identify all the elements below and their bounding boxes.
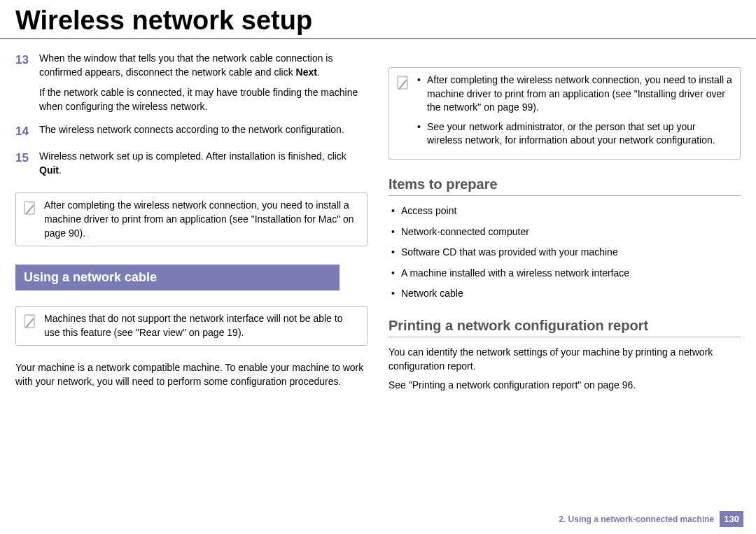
list-item: Network-connected computer bbox=[388, 225, 741, 239]
footer-chapter: 2. Using a network-connected machine bbox=[559, 514, 714, 524]
svg-rect-1 bbox=[24, 315, 34, 328]
right-column: After completing the wireless network co… bbox=[388, 52, 741, 398]
prepare-list: Access point Network-connected computer … bbox=[388, 204, 741, 301]
note-text: After completing the wireless network co… bbox=[417, 73, 733, 153]
note-icon bbox=[23, 314, 37, 330]
step-text: The wireless network connects according … bbox=[39, 123, 368, 137]
step-text: Wireless network set up is completed. Af… bbox=[39, 150, 368, 177]
step-number: 13 bbox=[15, 52, 32, 113]
step-text: If the network cable is connected, it ma… bbox=[39, 86, 368, 113]
subheading-config-report: Printing a network configuration report bbox=[388, 318, 741, 337]
note-text: Machines that do not support the network… bbox=[44, 312, 360, 339]
list-item: Network cable bbox=[388, 287, 741, 301]
svg-rect-0 bbox=[24, 202, 34, 214]
step-number: 15 bbox=[15, 150, 32, 177]
page-footer: 2. Using a network-connected machine 130 bbox=[559, 511, 743, 527]
body-paragraph: Your machine is a network compatible mac… bbox=[15, 361, 368, 388]
note-icon bbox=[23, 200, 37, 217]
note-box: After completing the wireless network co… bbox=[388, 67, 741, 160]
list-item: Software CD that was provided with your … bbox=[388, 246, 741, 260]
body-paragraph: See "Printing a network configuration re… bbox=[388, 379, 741, 393]
list-item: A machine installed with a wireless netw… bbox=[388, 267, 741, 281]
step-15: 15 Wireless network set up is completed.… bbox=[15, 150, 368, 177]
left-column: 13 When the window that tells you that t… bbox=[15, 52, 368, 398]
list-item: Access point bbox=[388, 204, 741, 218]
step-13: 13 When the window that tells you that t… bbox=[15, 52, 368, 113]
note-box: After completing the wireless network co… bbox=[15, 192, 368, 246]
subheading-items-to-prepare: Items to prepare bbox=[388, 176, 741, 196]
page-title: Wireless network setup bbox=[0, 0, 756, 39]
note-box: Machines that do not support the network… bbox=[15, 306, 368, 346]
note-text: After completing the wireless network co… bbox=[44, 199, 360, 240]
step-number: 14 bbox=[15, 123, 32, 140]
note-icon bbox=[396, 75, 410, 92]
section-heading-bar: Using a network cable bbox=[15, 265, 340, 290]
content-columns: 13 When the window that tells you that t… bbox=[0, 52, 756, 398]
step-body: When the window that tells you that the … bbox=[39, 52, 368, 113]
svg-rect-2 bbox=[398, 76, 407, 89]
step-body: Wireless network set up is completed. Af… bbox=[39, 150, 368, 177]
step-14: 14 The wireless network connects accordi… bbox=[15, 123, 368, 140]
note-list-item: After completing the wireless network co… bbox=[417, 73, 733, 115]
step-text: When the window that tells you that the … bbox=[39, 52, 368, 79]
note-list-item: See your network administrator, or the p… bbox=[417, 120, 733, 148]
footer-page-number: 130 bbox=[720, 511, 743, 527]
body-paragraph: You can identify the network settings of… bbox=[388, 346, 741, 373]
step-body: The wireless network connects according … bbox=[39, 123, 368, 140]
